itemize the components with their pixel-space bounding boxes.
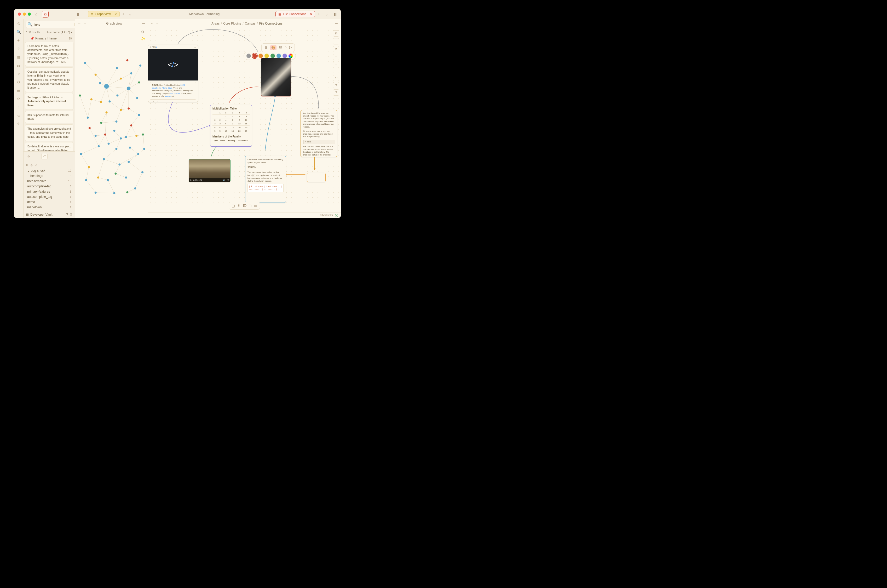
canvas-settings-icon[interactable]: ⚙ [333, 30, 339, 37]
close-tab-button[interactable]: ✕ [310, 12, 312, 16]
undo-icon[interactable]: ↶ [333, 75, 339, 81]
expand-icon[interactable]: ⤢ [35, 164, 38, 167]
bookmarks-icon[interactable]: ◈ [16, 38, 21, 43]
color-icon[interactable]: 🎨 [270, 45, 276, 50]
volume-icon[interactable]: 🔊 [223, 179, 225, 181]
result-group-header[interactable]: ⌄ 📌 Primary Theme 19 [25, 35, 74, 42]
sidebar-toggle-icon[interactable]: ◨ [74, 11, 81, 18]
command-palette-icon[interactable]: ☰ [16, 88, 21, 93]
color-swatch[interactable] [276, 54, 281, 58]
color-swatch[interactable] [282, 54, 287, 58]
sync-icon[interactable]: ⟳ [16, 96, 21, 101]
outline-tab[interactable]: ☰ [33, 153, 40, 159]
tag-item[interactable]: autocomplete-tag6 [26, 184, 73, 189]
nav-forward-button[interactable]: → [83, 22, 86, 26]
more-icon[interactable]: ⋯ [42, 31, 45, 34]
backlinks-count[interactable]: 0 backlinks [320, 214, 333, 217]
tag-item[interactable]: markdown1 [26, 205, 73, 210]
shape-icon[interactable]: ○ [285, 45, 287, 50]
canvas-card-image[interactable] [261, 58, 291, 96]
tab-dropdown-icon[interactable]: ⌄ [127, 12, 133, 16]
nav-back-button[interactable]: ← [150, 22, 154, 26]
sort-icon[interactable]: ⇅ [26, 164, 28, 167]
search-input-wrapper[interactable]: 🔍 Aa ⓧ [26, 21, 75, 28]
tab-list-dropdown-icon[interactable]: ⌄ [324, 12, 330, 16]
vault-settings-icon[interactable]: ⚙ [69, 213, 72, 216]
nav-back-button[interactable]: ← [78, 22, 81, 26]
close-window-button[interactable] [18, 12, 21, 16]
fullscreen-icon[interactable]: ⛶ [227, 179, 229, 181]
redo-icon[interactable]: ↷ [333, 82, 339, 88]
canvas-card-video[interactable]: são paulo sunset by saib.mp4 ▶ 0:00 / 3:… [189, 159, 231, 182]
play-button[interactable]: ▶ [191, 179, 192, 181]
color-swatch[interactable] [270, 54, 275, 58]
color-swatch[interactable] [252, 54, 257, 58]
home-icon[interactable]: ⌂ [33, 11, 40, 18]
tab-file-connections[interactable]: ▦ File Connections ✕ [275, 11, 315, 17]
canvas[interactable]: 🗑 🎨 ⊡ ○ ▷ htmx - high power tools for ht… [148, 28, 341, 212]
minimize-window-button[interactable] [23, 12, 26, 16]
nav-forward-button[interactable]: → [156, 22, 159, 26]
binary-icon[interactable]: ⁝ [16, 105, 21, 110]
search-result-item[interactable]: Obsidian can automatically update intern… [25, 68, 74, 92]
templates-icon[interactable]: ⎚ [16, 71, 21, 76]
fit-icon[interactable]: ⊡ [333, 54, 339, 60]
files-icon[interactable]: ⊙ [16, 21, 21, 26]
graph-animate-icon[interactable]: ✨ [141, 37, 146, 41]
focus-icon[interactable]: ⊡ [279, 45, 282, 50]
graph-icon[interactable]: ⊹ [16, 46, 21, 51]
graph-view[interactable]: ⚙ ✨ [75, 28, 148, 218]
publish-icon[interactable]: ✈ [16, 121, 21, 126]
search-input[interactable] [34, 23, 73, 26]
add-icon[interactable]: + [333, 38, 339, 44]
user-icon[interactable]: ☺ [16, 113, 21, 118]
vault-name[interactable]: Developer Vault [30, 213, 53, 216]
add-group-icon[interactable]: ⊞ [249, 204, 252, 208]
search-result-item[interactable]: Settings → Files & Links → Automatically… [25, 93, 74, 110]
color-swatch[interactable] [246, 54, 251, 58]
search-results[interactable]: ⌄ 📌 Primary Theme 19 Learn how to link t… [24, 35, 75, 151]
color-swatch[interactable] [258, 54, 263, 58]
search-result-item[interactable]: ### Supported formats for internal links [25, 111, 74, 123]
canvas-card-htmx[interactable]: htmx - high power tools for html > htmx☰… [148, 45, 198, 102]
tag-item[interactable]: ⌄bug-check19 [26, 168, 73, 173]
search-icon[interactable]: 🔍 [16, 29, 21, 34]
daily-note-icon[interactable]: ☷ [16, 63, 21, 68]
sync-status-icon[interactable]: ✓ [335, 214, 338, 217]
canvas-icon[interactable]: ▦ [16, 54, 21, 60]
delete-icon[interactable]: 🗑 [264, 45, 268, 50]
outgoing-links-tab[interactable]: ⊹ [26, 153, 32, 159]
tab-graph-view[interactable]: ⊚ Graph view ✕ [88, 11, 120, 17]
add-note-icon[interactable]: 🗎 [237, 204, 241, 208]
add-frame-icon[interactable]: ▭ [254, 204, 257, 208]
new-tab-button[interactable]: + [316, 12, 321, 16]
tree-icon[interactable]: ⊹ [30, 164, 33, 167]
right-sidebar-toggle-icon[interactable]: ◧ [332, 11, 339, 18]
tag-item[interactable]: note-template10 [26, 178, 73, 184]
tag-item[interactable]: autocomplete_tag1 [26, 194, 73, 200]
tag-item[interactable]: headings5 [26, 173, 73, 178]
close-tab-button[interactable]: ✕ [114, 12, 117, 16]
sort-dropdown[interactable]: File name (A to Z) ▾ [47, 31, 72, 34]
search-result-item[interactable]: By default, due to its more compact form… [25, 142, 74, 151]
play-icon[interactable]: ▷ [289, 45, 292, 50]
breadcrumb[interactable]: Areas / Core Plugins / Canvas / File Con… [161, 22, 333, 26]
tag-item[interactable]: primary-features5 [26, 189, 73, 194]
maximize-window-button[interactable] [28, 12, 31, 16]
tags-tab[interactable]: 🏷 [41, 153, 48, 159]
new-tab-button[interactable]: + [121, 12, 126, 16]
color-wheel-icon[interactable] [288, 54, 293, 58]
tag-item[interactable]: demo1 [26, 200, 73, 205]
search-result-item[interactable]: Learn how to link to notes, attachments,… [25, 42, 74, 66]
graph-filters-icon[interactable]: ⚙ [141, 30, 146, 34]
tab-markdown-formatting[interactable]: Markdown Formatting [134, 12, 275, 16]
reload-icon[interactable]: ⟳ [333, 46, 339, 52]
settings-icon[interactable]: ⚙ [16, 80, 21, 85]
quick-switcher-button[interactable]: ⧉ [42, 11, 49, 18]
pane-more-icon[interactable]: ⋯ [335, 22, 338, 26]
canvas-card-markdown-tables[interactable]: Markdown Tables Multiplication Table 123… [210, 105, 252, 147]
canvas-card-advanced-formatting[interactable]: Advanced Formatting Syntax Learn how to … [245, 156, 286, 203]
add-media-icon[interactable]: 🖼 [243, 204, 246, 208]
zoom-out-icon[interactable]: − [333, 62, 339, 68]
search-result-item[interactable]: The examples above are equivalent—they a… [25, 124, 74, 141]
